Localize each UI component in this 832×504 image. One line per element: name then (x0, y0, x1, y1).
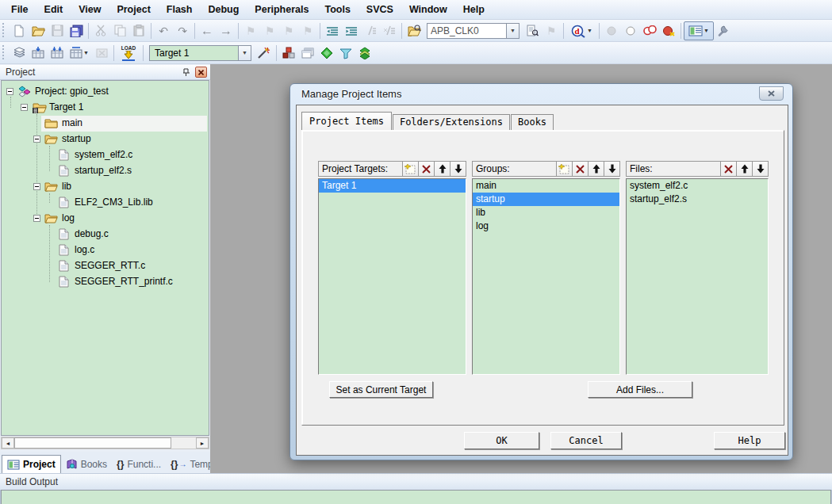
batch-build-button[interactable]: ▼ (67, 44, 92, 63)
search-input[interactable] (427, 23, 506, 39)
menu-peripherals[interactable]: Peripherals (247, 0, 316, 20)
move-group-up-button[interactable] (588, 162, 604, 176)
dialog-close-button[interactable] (759, 86, 784, 101)
menu-help[interactable]: Help (455, 0, 493, 20)
cancel-button[interactable]: Cancel (550, 432, 622, 449)
prev-bookmark-button[interactable]: ⚑ (260, 21, 279, 40)
kill-all-breakpoints-button[interactable] (659, 21, 678, 40)
cut-button[interactable] (91, 21, 110, 40)
translate-button[interactable] (10, 44, 29, 63)
tree-row-group-startup[interactable]: startup (2, 132, 209, 147)
software-packs-button[interactable] (298, 44, 317, 63)
targets-list[interactable]: Target 1 (318, 178, 466, 375)
delete-group-button[interactable] (572, 162, 588, 176)
search-combo-dropdown[interactable]: ▼ (506, 23, 520, 39)
menu-edit[interactable]: Edit (36, 0, 71, 20)
tree-row-file[interactable]: SEGGER_RTT_printf.c (2, 274, 209, 290)
add-files-button[interactable]: Add Files... (588, 381, 692, 398)
delete-file-button[interactable] (720, 162, 736, 176)
redo-button[interactable]: ↷ (173, 21, 192, 40)
tab-project-items[interactable]: Project Items (301, 112, 392, 130)
tree-row-group-main[interactable]: main (2, 116, 209, 132)
collapse-icon[interactable] (33, 183, 40, 190)
new-file-button[interactable] (10, 21, 29, 40)
tree-row-file[interactable]: ELF2_CM3_Lib.lib (2, 195, 209, 211)
rebuild-button[interactable] (48, 44, 67, 63)
copy-button[interactable] (110, 21, 129, 40)
unindent-button[interactable] (323, 21, 342, 40)
tab-project[interactable]: Project (2, 455, 61, 473)
next-bookmark-button[interactable]: ⚑ (279, 21, 298, 40)
close-panel-button[interactable] (195, 67, 207, 78)
target-combo-dropdown[interactable]: ▼ (238, 45, 251, 61)
tree-row-file[interactable]: system_elf2.c (2, 147, 209, 163)
collapse-icon[interactable] (33, 215, 40, 222)
tab-books[interactable]: Books (61, 455, 112, 473)
move-target-up-button[interactable] (434, 162, 450, 176)
clear-bookmarks-button[interactable]: ⚑ (298, 21, 317, 40)
menu-project[interactable]: Project (109, 0, 158, 20)
help-button[interactable]: Help (714, 432, 785, 449)
pin-button[interactable] (180, 67, 192, 78)
toolbar-grip-2[interactable] (2, 45, 6, 61)
group-list-item[interactable]: lib (473, 206, 619, 220)
build-output-caption[interactable]: Build Output (0, 473, 832, 490)
options-for-target-button[interactable] (255, 44, 274, 63)
scroll-thumb[interactable] (14, 437, 171, 449)
project-horizontal-scrollbar[interactable]: ◄ ► (1, 437, 209, 449)
enable-breakpoint-button[interactable] (621, 21, 640, 40)
incremental-find-button[interactable]: ⚑ (542, 21, 561, 40)
tree-row-target[interactable]: Target 1 (2, 100, 209, 116)
menu-debug[interactable]: Debug (200, 0, 247, 20)
paste-button[interactable] (129, 21, 148, 40)
comment-button[interactable] (361, 21, 380, 40)
group-list-item[interactable]: startup (473, 193, 619, 206)
tree-row-group-log[interactable]: log (2, 211, 209, 227)
download-button[interactable]: LOAD (117, 44, 140, 63)
tab-folders-extensions[interactable]: Folders/Extensions (393, 114, 510, 130)
menu-window[interactable]: Window (401, 0, 455, 20)
move-file-down-button[interactable] (752, 162, 768, 176)
start-debug-button[interactable]: d▼ (566, 21, 596, 40)
find-in-files-button[interactable] (404, 21, 424, 40)
tree-row-file[interactable]: startup_elf2.s (2, 163, 209, 179)
target-select[interactable]: Target 1 (149, 45, 238, 61)
collapse-icon[interactable] (6, 88, 13, 95)
configure-button[interactable] (714, 21, 733, 40)
undo-button[interactable]: ↶ (154, 21, 173, 40)
collapse-icon[interactable] (33, 136, 40, 143)
scroll-right-button[interactable]: ► (196, 437, 209, 449)
manage-rte-button[interactable] (317, 44, 336, 63)
navigate-forward-button[interactable]: → (217, 21, 236, 40)
toolbar-grip[interactable] (2, 23, 6, 39)
indent-button[interactable] (342, 21, 361, 40)
new-group-button[interactable] (556, 162, 572, 176)
move-file-up-button[interactable] (736, 162, 752, 176)
save-button[interactable] (48, 21, 67, 40)
delete-target-button[interactable] (418, 162, 434, 176)
save-all-button[interactable] (67, 21, 86, 40)
files-list[interactable]: system_elf2.c startup_elf2.s (626, 178, 769, 375)
tree-row-file[interactable]: SEGGER_RTT.c (2, 258, 209, 274)
pack-installer-button[interactable] (355, 44, 374, 63)
build-output-content[interactable] (1, 490, 831, 504)
menu-tools[interactable]: Tools (316, 0, 358, 20)
groups-list[interactable]: main startup lib log (472, 178, 620, 375)
toggle-bookmark-button[interactable]: ⚑ (241, 21, 260, 40)
stop-build-button[interactable] (92, 44, 111, 63)
menu-flash[interactable]: Flash (159, 0, 201, 20)
open-file-button[interactable] (29, 21, 48, 40)
collapse-icon[interactable] (21, 104, 28, 111)
menu-file[interactable]: File (3, 0, 36, 20)
tree-row-project-root[interactable]: Project: gpio_test (2, 84, 209, 100)
manage-project-items-button[interactable] (279, 44, 298, 63)
scroll-left-button[interactable]: ◄ (2, 437, 14, 449)
find-next-button[interactable] (523, 21, 542, 40)
move-group-down-button[interactable] (604, 162, 619, 176)
set-current-target-button[interactable]: Set as Current Target (329, 381, 433, 398)
new-target-button[interactable] (402, 162, 418, 176)
build-button[interactable] (29, 44, 48, 63)
disable-all-breakpoints-button[interactable] (640, 21, 659, 40)
uncomment-button[interactable] (380, 21, 399, 40)
group-list-item[interactable]: log (473, 220, 619, 233)
